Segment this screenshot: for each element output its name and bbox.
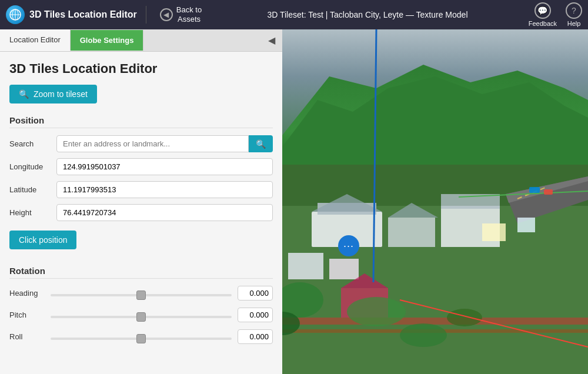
roll-label: Roll [9, 332, 45, 341]
svg-point-31 [447, 309, 482, 326]
svg-rect-24 [517, 218, 535, 232]
tileset-title: 3D Tileset: Test | Tacloban City, Leyte … [212, 10, 522, 19]
pitch-slider-wrap [51, 310, 232, 320]
search-input[interactable] [56, 135, 249, 152]
logo-icon [6, 5, 25, 24]
search-label: Search [9, 139, 56, 148]
navbar: 3D Tiles Location Editor ◀ Back to Asset… [0, 0, 588, 29]
rotation-section: Rotation Heading Pitch [9, 266, 273, 344]
back-text: Back to Assets [176, 5, 202, 24]
pitch-slider[interactable] [51, 316, 232, 318]
nav-actions: 💬 Feedback ? Help [529, 2, 582, 27]
viewer-scene [282, 29, 588, 374]
height-row: Height [9, 204, 273, 221]
svg-point-28 [347, 297, 406, 326]
search-row: Search 🔍 [9, 135, 273, 152]
latitude-row: Latitude [9, 181, 273, 198]
height-label: Height [9, 208, 56, 217]
back-to-assets-button[interactable]: ◀ Back to Assets [155, 3, 206, 26]
collapse-panel-button[interactable]: ◀ [261, 30, 282, 51]
zoom-icon: 🔍 [19, 89, 29, 99]
pitch-value-input[interactable] [238, 308, 273, 322]
heading-slider-wrap [51, 289, 232, 298]
latitude-input-wrap [56, 181, 273, 198]
svg-rect-16 [388, 218, 435, 247]
svg-rect-21 [288, 253, 323, 279]
longitude-input[interactable] [56, 158, 273, 175]
pitch-label: Pitch [9, 310, 45, 319]
heading-slider[interactable] [51, 294, 232, 296]
3d-viewer[interactable]: ··· [282, 29, 588, 374]
roll-slider[interactable] [51, 338, 232, 340]
help-button[interactable]: ? Help [566, 2, 582, 27]
height-input[interactable] [56, 204, 273, 221]
position-section-title: Position [9, 115, 273, 128]
latitude-input[interactable] [56, 181, 273, 198]
click-position-button[interactable]: Click position [9, 231, 76, 249]
longitude-row: Longitude [9, 158, 273, 175]
nav-divider [146, 6, 146, 24]
app-logo: 3D Tiles Location Editor [6, 5, 137, 24]
roll-value-input[interactable] [238, 329, 273, 344]
main-container: Location Editor Globe Settings ◀ 3D Tile… [0, 29, 588, 374]
longitude-input-wrap [56, 158, 273, 175]
panel-title: 3D Tiles Location Editor [9, 61, 273, 76]
app-title: 3D Tiles Location Editor [29, 9, 137, 20]
latitude-label: Latitude [9, 185, 56, 194]
roll-row: Roll [9, 329, 273, 344]
svg-rect-36 [544, 189, 553, 195]
panel-content: 3D Tiles Location Editor 🔍 Zoom to tiles… [0, 52, 282, 374]
zoom-to-tileset-button[interactable]: 🔍 Zoom to tileset [9, 85, 97, 103]
heading-label: Heading [9, 289, 45, 298]
tab-globe-settings[interactable]: Globe Settings [71, 30, 144, 51]
height-input-wrap [56, 204, 273, 221]
rotation-section-title: Rotation [9, 266, 273, 279]
left-panel: Location Editor Globe Settings ◀ 3D Tile… [0, 29, 282, 374]
search-input-wrap: 🔍 [56, 135, 273, 152]
heading-value-input[interactable] [238, 286, 273, 300]
svg-rect-23 [482, 223, 506, 241]
svg-rect-35 [529, 187, 540, 193]
help-icon: ? [566, 2, 582, 19]
feedback-icon: 💬 [534, 2, 551, 19]
longitude-label: Longitude [9, 162, 56, 171]
roll-slider-wrap [51, 332, 232, 342]
search-button[interactable]: 🔍 [249, 135, 273, 152]
svg-point-30 [400, 323, 447, 347]
svg-rect-22 [329, 259, 359, 279]
context-menu-button[interactable]: ··· [338, 235, 359, 256]
feedback-button[interactable]: 💬 Feedback [529, 2, 557, 27]
tab-bar: Location Editor Globe Settings ◀ [0, 29, 282, 52]
heading-row: Heading [9, 286, 273, 300]
pitch-row: Pitch [9, 308, 273, 322]
tab-location-editor[interactable]: Location Editor [0, 29, 71, 51]
svg-rect-12 [282, 318, 588, 325]
back-icon: ◀ [160, 8, 173, 21]
